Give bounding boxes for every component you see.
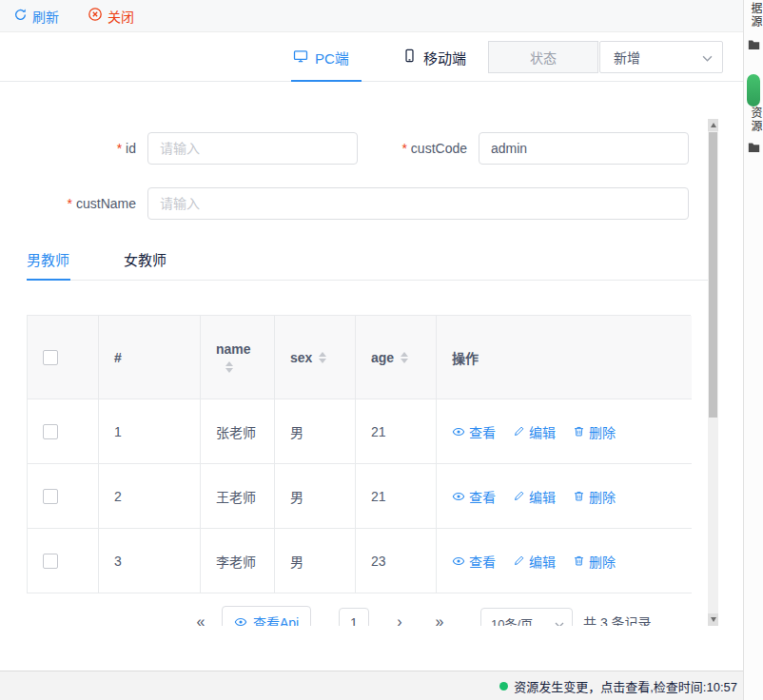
scroll-up-button[interactable]	[708, 119, 718, 131]
cell-index: 2	[99, 464, 201, 529]
close-label: 关闭	[108, 7, 134, 26]
cell-sex: 男	[275, 529, 356, 593]
custname-input[interactable]	[147, 187, 689, 220]
tab-female-teachers[interactable]: 女教师	[124, 242, 166, 280]
dock-green-indicator[interactable]	[747, 74, 760, 107]
cell-age: 21	[356, 399, 437, 464]
refresh-label: 刷新	[32, 7, 59, 26]
folder-icon[interactable]	[748, 141, 760, 156]
table-row: 3 李老师 男 23 查看 编辑	[28, 529, 690, 593]
tab-male-teachers[interactable]: 男教师	[27, 242, 69, 280]
phone-icon	[402, 49, 417, 66]
tab-mobile-label: 移动端	[423, 48, 466, 68]
required-mark: *	[117, 141, 122, 156]
cell-name: 李老师	[201, 529, 275, 593]
tab-male-label: 男教师	[27, 252, 69, 268]
custname-field-label: *custName	[27, 187, 136, 220]
status-bar: 资源发生变更，点击查看,检查时间:10:57	[0, 671, 743, 700]
table-body: 1 张老师 男 21 查看 编辑	[28, 399, 690, 593]
select-all-checkbox[interactable]	[43, 350, 58, 365]
row-checkbox[interactable]	[43, 554, 58, 569]
pagination-total-text: 共 3 条记录	[583, 608, 652, 626]
refresh-button[interactable]: 刷新	[13, 7, 59, 26]
edit-action[interactable]: 编辑	[513, 552, 556, 571]
custcode-field-label: *custCode	[366, 132, 467, 165]
column-header-name[interactable]: name	[201, 316, 275, 399]
trash-icon	[573, 554, 585, 567]
view-api-button[interactable]: 查看Api	[222, 606, 311, 626]
chevron-down-icon	[555, 616, 564, 627]
custcode-input[interactable]	[479, 132, 689, 165]
chevron-down-icon	[702, 49, 713, 65]
refresh-icon	[13, 8, 28, 25]
delete-action[interactable]: 删除	[573, 422, 616, 441]
sort-carets-icon[interactable]	[225, 361, 233, 373]
add-select[interactable]: 新增	[599, 41, 723, 73]
trash-icon	[573, 490, 585, 502]
tab-pc[interactable]: PC端	[293, 32, 349, 82]
required-mark: *	[401, 141, 406, 156]
close-button[interactable]: 关闭	[88, 7, 134, 26]
table-row: 1 张老师 男 21 查看 编辑	[28, 399, 690, 464]
trash-icon	[573, 425, 585, 438]
device-tab-bar: PC端 移动端 状态 新增	[0, 32, 743, 82]
status-button-label: 状态	[530, 48, 557, 67]
status-message[interactable]: 资源发生变更，点击查看,检查时间:10:57	[514, 677, 737, 695]
dock-tab-datasource[interactable]: 据源	[748, 2, 763, 29]
edit-action[interactable]: 编辑	[513, 422, 556, 441]
view-action[interactable]: 查看	[452, 422, 496, 441]
cell-name: 王老师	[201, 464, 275, 529]
cell-age: 23	[356, 529, 437, 593]
row-checkbox[interactable]	[43, 424, 58, 439]
close-circle-icon	[88, 7, 103, 25]
delete-action[interactable]: 删除	[573, 487, 616, 506]
cell-sex: 男	[275, 464, 356, 529]
column-header-sex[interactable]: sex	[275, 316, 356, 399]
tab-female-label: 女教师	[124, 252, 166, 268]
pagination-next-button[interactable]: ›	[384, 608, 415, 626]
monitor-icon	[293, 49, 308, 67]
cell-name: 张老师	[201, 399, 275, 464]
tab-pc-label: PC端	[315, 48, 349, 68]
status-button[interactable]: 状态	[488, 41, 598, 73]
teachers-table: # name sex age	[27, 315, 691, 593]
dock-tab-resource[interactable]: 资源	[748, 107, 763, 133]
eye-icon	[452, 554, 465, 568]
pencil-icon	[513, 425, 525, 438]
column-header-actions: 操作	[437, 316, 692, 399]
pagination-last-button[interactable]: »	[424, 608, 455, 626]
sort-carets-icon[interactable]	[401, 352, 408, 363]
scrollbar-thumb[interactable]	[709, 132, 717, 418]
table-header-row: # name sex age	[28, 316, 690, 399]
pagination-first-button[interactable]: «	[186, 608, 216, 626]
right-dock: 据源 资源	[743, 0, 763, 700]
top-toolbar: 刷新 关闭	[0, 0, 743, 32]
column-header-age[interactable]: age	[356, 316, 437, 399]
view-action[interactable]: 查看	[452, 487, 496, 506]
required-mark: *	[68, 196, 72, 211]
main-content: *id *custCode *custName 男教师 女教师 #	[0, 82, 743, 626]
column-header-index: #	[99, 316, 201, 399]
app-window: 刷新 关闭 PC端 移动端 状态 新增	[0, 0, 763, 700]
id-input[interactable]	[147, 132, 358, 165]
eye-icon	[234, 615, 247, 626]
cell-index: 3	[99, 529, 201, 593]
gender-tab-underline	[27, 279, 70, 281]
id-field-label: *id	[38, 132, 136, 165]
sort-carets-icon[interactable]	[319, 352, 326, 363]
delete-action[interactable]: 删除	[573, 552, 616, 571]
page-size-select[interactable]: 10条/页	[480, 608, 573, 626]
eye-icon	[452, 425, 465, 438]
pagination-page-1[interactable]: 1	[339, 608, 369, 626]
scrollbar-track[interactable]	[708, 119, 718, 626]
edit-action[interactable]: 编辑	[513, 487, 556, 506]
folder-icon[interactable]	[748, 38, 760, 53]
view-action[interactable]: 查看	[452, 552, 496, 571]
scroll-down-button[interactable]	[708, 613, 718, 626]
tab-mobile[interactable]: 移动端	[402, 32, 466, 82]
row-checkbox[interactable]	[43, 489, 58, 504]
pencil-icon	[513, 490, 525, 502]
cell-index: 1	[99, 399, 201, 464]
cell-sex: 男	[275, 399, 356, 464]
eye-icon	[452, 490, 465, 503]
